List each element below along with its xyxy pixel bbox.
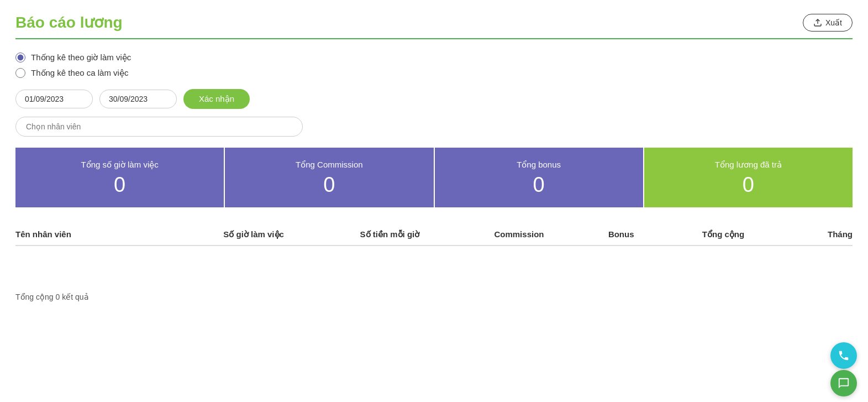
phone-button[interactable] [830, 342, 857, 369]
stat-paid-value: 0 [743, 174, 754, 195]
radio-shift-label: Thống kê theo ca làm việc [31, 68, 128, 78]
page-container: Báo cáo lương Xuất Thống kê theo giờ làm… [0, 0, 868, 315]
confirm-button[interactable]: Xác nhận [183, 89, 250, 109]
total-results: Tổng cộng 0 kết quả [15, 293, 853, 301]
stat-card-paid: Tổng lương đã trả 0 [644, 148, 853, 207]
table-col-total: Tổng cộng [662, 229, 785, 239]
table-col-hours: Số giờ làm việc [186, 229, 322, 239]
export-icon [813, 18, 822, 27]
table-col-rate: Số tiền mỗi giờ [322, 229, 457, 239]
stat-bonus-label: Tổng bonus [517, 160, 561, 170]
stat-hours-label: Tổng số giờ làm việc [81, 160, 159, 170]
export-button-label: Xuất [825, 18, 842, 27]
date-to-input[interactable] [99, 90, 177, 108]
table-col-name: Tên nhân viên [15, 229, 186, 239]
phone-icon [838, 349, 850, 362]
stat-card-hours: Tổng số giờ làm việc 0 [15, 148, 224, 207]
radio-option-shift[interactable]: Thống kê theo ca làm việc [15, 68, 853, 78]
page-title: Báo cáo lương [15, 13, 123, 32]
controls-row: Xác nhận [15, 89, 853, 109]
radio-group: Thống kê theo giờ làm việc Thống kê theo… [15, 53, 853, 78]
date-from-input[interactable] [15, 90, 93, 108]
table-col-bonus: Bonus [580, 229, 662, 239]
stat-card-commission: Tổng Commission 0 [225, 148, 433, 207]
export-button[interactable]: Xuất [803, 14, 853, 32]
chat-button[interactable] [830, 370, 857, 396]
table-body [15, 250, 853, 284]
stat-bonus-value: 0 [533, 174, 545, 195]
table-section: Tên nhân viên Số giờ làm việc Số tiền mỗ… [15, 229, 853, 301]
radio-shift-input[interactable] [15, 68, 25, 78]
stat-card-bonus: Tổng bonus 0 [435, 148, 643, 207]
stat-paid-label: Tổng lương đã trả [715, 160, 782, 170]
stat-commission-value: 0 [323, 174, 335, 195]
table-col-commission: Commission [458, 229, 581, 239]
page-header: Báo cáo lương Xuất [15, 13, 853, 39]
radio-hours-input[interactable] [15, 53, 25, 62]
table-header-row: Tên nhân viên Số giờ làm việc Số tiền mỗ… [15, 229, 853, 246]
table-col-month: Tháng [785, 229, 853, 239]
stat-commission-label: Tổng Commission [296, 160, 363, 170]
stats-cards: Tổng số giờ làm việc 0 Tổng Commission 0… [15, 148, 853, 207]
radio-option-hours[interactable]: Thống kê theo giờ làm việc [15, 53, 853, 62]
employee-select-input[interactable] [15, 117, 303, 137]
radio-hours-label: Thống kê theo giờ làm việc [31, 53, 131, 62]
stat-hours-value: 0 [114, 174, 125, 195]
chat-icon [838, 377, 850, 389]
